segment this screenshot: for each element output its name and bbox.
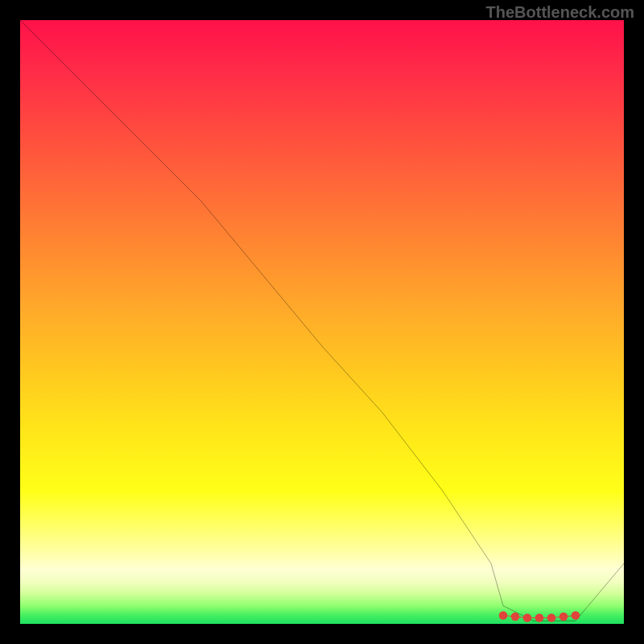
marker-dot <box>499 611 508 620</box>
chart-svg-layer <box>20 20 624 624</box>
marker-dot <box>572 611 580 620</box>
marker-dot <box>535 613 544 622</box>
chart-frame <box>20 20 624 624</box>
chart-gradient-background <box>20 20 624 624</box>
bottleneck-curve-line <box>20 20 624 621</box>
marker-dot <box>559 613 568 621</box>
marker-dot <box>511 613 520 621</box>
marker-dot <box>523 613 532 622</box>
watermark-text: TheBottleneck.com <box>486 3 634 22</box>
marker-dot <box>547 613 556 622</box>
optimal-range-markers <box>499 611 580 622</box>
